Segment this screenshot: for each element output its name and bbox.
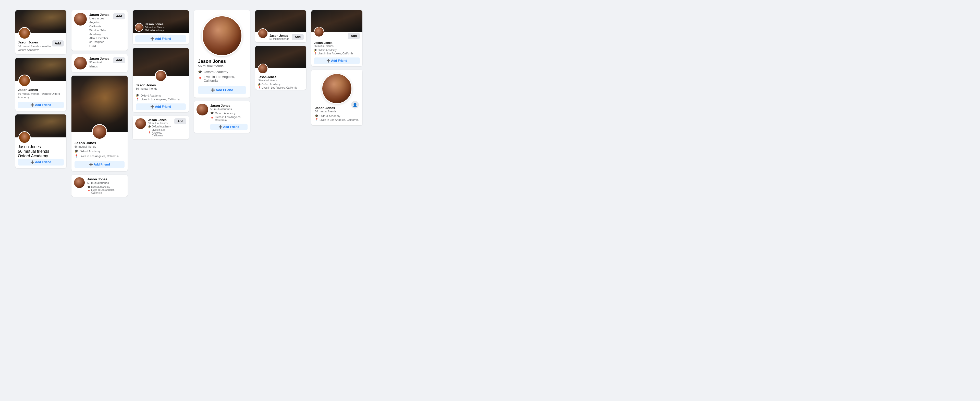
column-3: Jason Jones 56 mutual friends Oxford Aca… bbox=[133, 10, 189, 139]
add-friend-button-8[interactable]: ➕ Add Friend bbox=[314, 58, 360, 64]
location-4: Lives in Los Angeles, California bbox=[204, 75, 246, 83]
avatar-large bbox=[202, 15, 242, 56]
card-3-2: Jason Jones 56 mutual friends 🎓 Oxford A… bbox=[133, 48, 189, 112]
person-sub: 56 mutual friends · went to Oxford Acade… bbox=[18, 45, 52, 52]
mid-6-1: Add bbox=[311, 32, 363, 39]
mutual-friends: 56 mutual friends bbox=[87, 181, 125, 185]
avatar-3 bbox=[18, 131, 30, 144]
school-icon-4b: 🎓 bbox=[210, 111, 214, 115]
person-name: Jason Jones bbox=[311, 39, 363, 45]
cover-large bbox=[72, 76, 127, 132]
school-icon-small: 🎓 bbox=[148, 125, 151, 128]
school-icon-sm: 🎓 bbox=[87, 186, 90, 189]
school-6b: Oxford Academy bbox=[320, 114, 340, 118]
card-1-3: Jason Jones 56 mutual friends Oxford Aca… bbox=[15, 114, 66, 168]
info-2-1: Jason Jones Lives in Los Angeles, Califo… bbox=[89, 13, 110, 48]
school-icon-3: 🎓 bbox=[136, 94, 139, 97]
location-small: Lives in Los Angeles, California bbox=[152, 128, 172, 137]
person-name: Jason Jones bbox=[258, 75, 304, 79]
avatar-6 bbox=[92, 124, 107, 139]
card-2-2: Jason Jones 56 mutual friends Add bbox=[72, 54, 127, 72]
location-5: Lives in Los Angeles, California bbox=[262, 86, 297, 89]
mutual-friends: 56 mutual friends bbox=[148, 122, 172, 125]
add-button-4[interactable]: Add bbox=[174, 118, 186, 125]
column-1: Jason Jones 56 mutual friends · went to … bbox=[15, 10, 66, 168]
add-friend-button-7[interactable]: ➕ Add Friend bbox=[210, 124, 248, 130]
person-name: Jason Jones bbox=[75, 141, 124, 145]
column-6: Add Jason Jones 56 mutual friends 🎓 Oxfo… bbox=[311, 10, 363, 125]
avatar-12 bbox=[258, 28, 268, 38]
mutual-friends: 56 mutual friends bbox=[75, 145, 124, 148]
add-button-6[interactable]: Add bbox=[348, 33, 360, 39]
school-icon: 🎓 bbox=[75, 149, 78, 153]
location-icon-6b: 📍 bbox=[315, 118, 318, 121]
add-friend-button-1[interactable]: ➕ Add Friend bbox=[18, 102, 64, 108]
avatar-7 bbox=[74, 177, 85, 188]
location-icon-small: 📍 bbox=[148, 131, 151, 134]
person-name: Jason Jones bbox=[89, 57, 110, 61]
school-row-6b: 🎓 Oxford Academy bbox=[315, 114, 359, 118]
school-row: 🎓 Oxford Academy bbox=[75, 149, 124, 153]
add-friend-button-3[interactable]: ➕ Add Friend bbox=[75, 161, 124, 168]
school-row-4: 🎓 Oxford Academy bbox=[198, 70, 246, 74]
add-button-2[interactable]: Add bbox=[113, 13, 125, 19]
card-5-2: Jason Jones 56 mutual friends 🎓 Oxford A… bbox=[255, 46, 306, 89]
card-3-1: Jason Jones 56 mutual friends Oxford Aca… bbox=[133, 10, 189, 45]
location-icon-5: 📍 bbox=[258, 86, 261, 89]
add-friend-button-6[interactable]: ➕ Add Friend bbox=[198, 86, 246, 94]
location-row-small: 📍 Lives in Los Angeles, California bbox=[148, 128, 172, 137]
person-name: Jason Jones bbox=[89, 13, 110, 17]
add-friend-button-2[interactable]: ➕ Add Friend bbox=[18, 159, 64, 166]
main-container: Jason Jones 56 mutual friends · went to … bbox=[15, 10, 965, 197]
column-5: Jason Jones 56 mutual friends Add Jason … bbox=[255, 10, 306, 89]
avatar-11 bbox=[197, 104, 208, 115]
person-name: Jason Jones bbox=[315, 106, 336, 110]
school-4: Oxford Academy bbox=[204, 70, 228, 74]
avatar-lg-wrap bbox=[92, 124, 107, 139]
avatar-wrap-1 bbox=[18, 27, 30, 39]
avatar-wrap-3 bbox=[18, 131, 30, 144]
add-button-1[interactable]: Add bbox=[52, 40, 64, 46]
person-name: Jason Jones bbox=[18, 145, 64, 149]
person-name: Jason Jones bbox=[198, 59, 246, 64]
info-2-4: Jason Jones 56 mutual friends 🎓 Oxford A… bbox=[87, 177, 125, 194]
school-row-3: 🎓 Oxford Academy bbox=[133, 94, 189, 97]
location-icon-4b: 📍 bbox=[210, 117, 214, 120]
info-text-1: Jason Jones 56 mutual friends · went to … bbox=[18, 40, 52, 51]
add-friend-button-4[interactable]: ➕ Add Friend bbox=[135, 35, 186, 42]
mutual-friends: 56 mutual friends bbox=[269, 38, 292, 40]
mutual-friends: 56 mutual friends bbox=[198, 64, 246, 68]
school-row-6: 🎓 Oxford Academy bbox=[311, 49, 363, 51]
info-row-2: Jason Jones 56 mutual friends · went to … bbox=[15, 87, 66, 102]
avatar-5 bbox=[74, 57, 87, 69]
avatar-10 bbox=[135, 118, 146, 129]
info-4-2: Jason Jones 56 mutual friends 🎓 Oxford A… bbox=[210, 104, 248, 130]
add-friend-icon-button[interactable]: 👤 bbox=[351, 101, 359, 109]
school-5: Oxford Academy bbox=[262, 83, 280, 86]
location-row-4: 📍 Lives in Los Angeles, California bbox=[198, 75, 246, 83]
person-name: Jason Jones bbox=[269, 34, 292, 38]
location-label: Lives in Los Angeles, California bbox=[80, 155, 119, 158]
card-2-4: Jason Jones 56 mutual friends 🎓 Oxford A… bbox=[72, 175, 127, 197]
location-info: Lives in Los Angeles, California bbox=[89, 17, 110, 28]
school-small: Oxford Academy bbox=[152, 125, 171, 128]
add-friend-button-5[interactable]: ➕ Add Friend bbox=[136, 104, 186, 110]
add-button-3[interactable]: Add bbox=[113, 57, 125, 63]
header-5-2 bbox=[255, 68, 306, 75]
school-sm: Oxford Academy bbox=[91, 186, 110, 189]
card-6-1: Add Jason Jones 56 mutual friends 🎓 Oxfo… bbox=[311, 10, 363, 66]
location-icon-sm: 📍 bbox=[87, 190, 90, 193]
mutual-friends: 56 mutual friends bbox=[89, 61, 110, 69]
add-button-5[interactable]: Add bbox=[292, 34, 304, 40]
school-icon-4: 🎓 bbox=[198, 70, 202, 74]
location-row-3: 📍 Lives in Los Angeles, California bbox=[133, 97, 189, 101]
school-icon-5: 🎓 bbox=[258, 83, 261, 86]
person-sub: 56 mutual friends · went to Oxford Acade… bbox=[18, 92, 64, 99]
mutual-sub: 56 mutual friends bbox=[145, 26, 165, 29]
school-icon-6b: 🎓 bbox=[315, 114, 318, 118]
card-3-3: Jason Jones 56 mutual friends 🎓 Oxford A… bbox=[133, 116, 189, 139]
location-sm: Lives in Los Angeles, California bbox=[91, 189, 125, 194]
info-3-3: Jason Jones 56 mutual friends 🎓 Oxford A… bbox=[148, 118, 172, 137]
person-name: Jason Jones bbox=[18, 88, 64, 92]
cover-overlay-1: Jason Jones 56 mutual friends Oxford Aca… bbox=[133, 10, 189, 33]
